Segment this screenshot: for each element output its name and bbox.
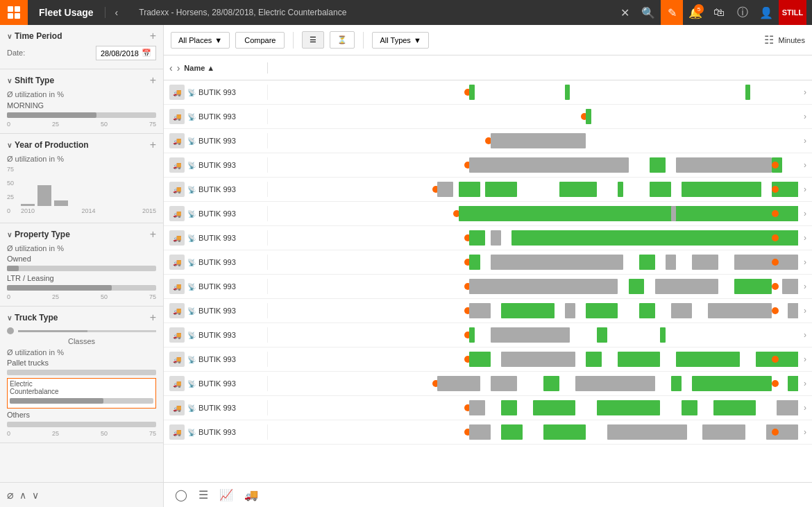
section-add-property[interactable]: +: [150, 229, 156, 240]
row-name-label: BUTIK 993: [198, 404, 236, 412]
all-types-button[interactable]: All Types ▼: [372, 32, 428, 49]
electric-counterbalance-row[interactable]: ElectricCounterbalance: [7, 378, 156, 409]
signal-icon: 📡: [187, 162, 196, 169]
row-name-col: 🚚📡BUTIK 993: [164, 279, 268, 294]
timeline-block-gray: [575, 376, 655, 391]
table-row: 🚚📡BUTIK 993›: [164, 226, 812, 250]
year-sub-label: Ø utilization in %: [7, 155, 156, 163]
row-name-col: 🚚📡BUTIK 993: [164, 109, 268, 124]
row-expand-arrow[interactable]: ›: [798, 306, 812, 316]
section-header-shift-type: Shift Type +: [7, 75, 156, 86]
row-expand-arrow[interactable]: ›: [798, 330, 812, 340]
row-dot-right: [772, 356, 779, 363]
edit-icon[interactable]: ✎: [661, 0, 683, 25]
row-expand-arrow[interactable]: ›: [798, 354, 812, 364]
row-expand-arrow[interactable]: ›: [798, 403, 812, 413]
truck-icon: 🚚: [169, 133, 185, 148]
section-add-year[interactable]: +: [150, 139, 156, 151]
sidebar-section-time-period: Time Period + Date: 28/08/2018 📅: [0, 25, 163, 69]
signal-icon: 📡: [187, 332, 196, 339]
row-name-col: 🚚📡BUTIK 993: [164, 206, 268, 221]
filter-view-button[interactable]: ☷: [764, 33, 774, 46]
bottom-chart-icon[interactable]: 📈: [219, 488, 233, 501]
timeline-block-gray: [702, 424, 745, 440]
cart-icon[interactable]: 🛍: [708, 0, 730, 25]
toolbar-separator-1: [293, 32, 294, 49]
truck-icon: 🚚: [169, 424, 185, 440]
timeline-block-green: [676, 352, 740, 367]
section-title-truck: Truck Type: [7, 313, 58, 323]
row-name-label: BUTIK 993: [198, 331, 236, 339]
row-name-col: 🚚📡BUTIK 993: [164, 157, 268, 173]
truck-icon: 🚚: [169, 327, 185, 343]
section-header-time-period: Time Period +: [7, 31, 156, 42]
row-expand-arrow[interactable]: ›: [798, 233, 812, 243]
section-add-shift-type[interactable]: +: [150, 75, 156, 86]
bottom-toolbar: ◯ ☰ 📈 🚚: [164, 482, 812, 507]
notification-icon[interactable]: 🔔 5: [684, 0, 707, 25]
nav-back-button[interactable]: ‹: [111, 4, 123, 21]
svg-rect-2: [8, 13, 13, 19]
timeline-nav-prev[interactable]: ‹: [169, 62, 173, 74]
row-expand-arrow[interactable]: ›: [798, 87, 812, 97]
row-expand-arrow[interactable]: ›: [798, 136, 812, 146]
row-name-label: BUTIK 993: [198, 209, 236, 218]
truck-sub-label: Ø utilization in %: [7, 348, 156, 356]
user-icon[interactable]: 👤: [755, 0, 777, 25]
close-icon[interactable]: ✕: [614, 0, 636, 25]
timeline-block-gray: [565, 303, 575, 318]
timeline-block-gray: [671, 206, 677, 221]
row-timeline-area: [268, 372, 798, 395]
row-name-col: 🚚📡BUTIK 993: [164, 230, 268, 246]
sidebar: Time Period + Date: 28/08/2018 📅 Shift T…: [0, 25, 164, 507]
timeline-block-gray: [491, 255, 623, 270]
timeline-block-green: [543, 424, 586, 440]
scroll-down-button[interactable]: ∨: [32, 490, 39, 501]
clock-view-button[interactable]: ⏳: [330, 31, 355, 49]
row-expand-arrow[interactable]: ›: [798, 160, 812, 170]
all-types-label: All Types: [380, 36, 410, 44]
row-dot-right: [772, 210, 779, 217]
row-timeline-area: [268, 299, 798, 323]
row-expand-arrow[interactable]: ›: [798, 112, 812, 121]
search-icon[interactable]: 🔍: [637, 0, 659, 25]
all-places-button[interactable]: All Places ▼: [171, 32, 230, 49]
row-expand-arrow[interactable]: ›: [798, 282, 812, 291]
calendar-icon: 📅: [142, 49, 151, 58]
bottom-table-icon[interactable]: ☰: [198, 488, 208, 501]
filter-bottom-icon[interactable]: ⌀: [7, 488, 14, 501]
timeline-block-gray: [469, 157, 628, 173]
date-input[interactable]: 28/08/2018 📅: [96, 46, 156, 60]
row-name-label: BUTIK 993: [198, 379, 236, 388]
timeline-block-green: [485, 182, 517, 197]
table-row: 🚚📡BUTIK 993›: [164, 396, 812, 420]
section-add-time-period[interactable]: +: [150, 31, 156, 42]
compare-button[interactable]: Compare: [235, 32, 285, 49]
bottom-truck-icon[interactable]: 🚚: [244, 488, 258, 501]
svg-rect-3: [15, 13, 20, 19]
timeline-block-gray: [734, 255, 798, 270]
signal-icon: 📡: [187, 283, 196, 291]
truck-icon: 🚚: [169, 230, 185, 246]
year-chart: 7550250 201020142015: [7, 166, 156, 214]
row-expand-arrow[interactable]: ›: [798, 379, 812, 388]
section-add-truck[interactable]: +: [150, 312, 156, 323]
timeline-block-green: [682, 400, 697, 415]
bottom-globe-icon[interactable]: ◯: [175, 488, 187, 501]
row-expand-arrow[interactable]: ›: [798, 184, 812, 194]
row-expand-arrow[interactable]: ›: [798, 209, 812, 218]
timeline-block-green: [734, 279, 771, 294]
help-icon[interactable]: ⓘ: [731, 0, 754, 25]
row-expand-arrow[interactable]: ›: [798, 257, 812, 267]
row-name-col: 🚚📡BUTIK 993: [164, 376, 268, 391]
timeline-block-green: [639, 255, 655, 270]
row-expand-arrow[interactable]: ›: [798, 427, 812, 437]
row-timeline-area: [268, 250, 798, 274]
timeline-nav-next[interactable]: ›: [177, 62, 180, 74]
scroll-up-button[interactable]: ∧: [19, 490, 26, 501]
row-name-label: BUTIK 993: [198, 258, 236, 266]
section-title-shift-type: Shift Type: [7, 76, 54, 85]
list-view-button[interactable]: ☰: [302, 31, 324, 49]
timeline-block-gray: [671, 303, 693, 318]
timeline-block-gray: [607, 424, 687, 440]
